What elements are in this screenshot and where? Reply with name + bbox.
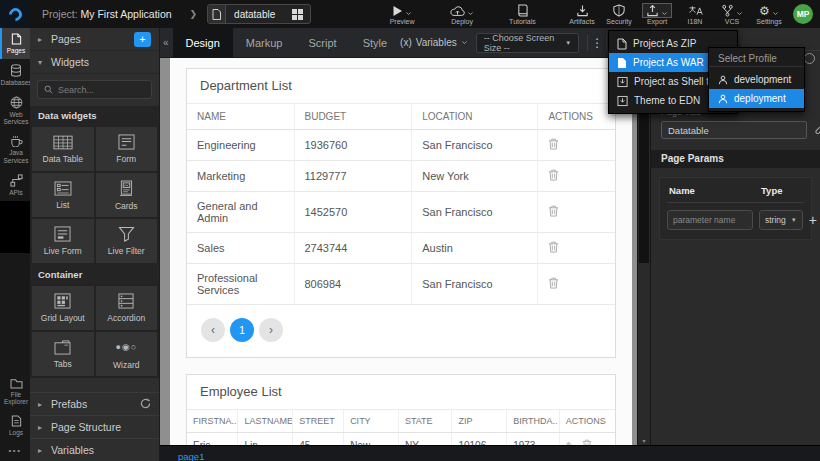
bottom-tab-page1[interactable]: page1: [160, 449, 204, 461]
submenu-item-deployment[interactable]: deployment: [709, 89, 804, 108]
tutorials-button[interactable]: Tutorials: [509, 4, 536, 25]
grid-layout-icon: [54, 293, 71, 309]
rail-item-databases[interactable]: Databases: [0, 59, 30, 91]
col-state[interactable]: STATE: [398, 410, 452, 433]
pages-section-header[interactable]: ▸ Pages +: [30, 28, 159, 51]
widget-data-table[interactable]: Data Table: [32, 127, 94, 171]
widget-list[interactable]: List: [32, 173, 94, 217]
col-location[interactable]: LOCATION: [412, 104, 538, 130]
chevron-down-icon: [736, 10, 743, 17]
submenu-item-development[interactable]: development: [709, 70, 804, 89]
variables-dropdown[interactable]: (x) Variables: [400, 37, 468, 48]
employee-list-title: Employee List: [187, 375, 615, 410]
delete-row-icon[interactable]: [548, 277, 559, 291]
deploy-button[interactable]: Deploy: [449, 4, 475, 25]
widget-live-filter[interactable]: Live Filter: [96, 219, 158, 263]
scroll-down-icon[interactable]: ▾: [638, 437, 650, 444]
wavemaker-logo[interactable]: [0, 0, 30, 28]
param-type-select[interactable]: string ▼: [759, 210, 803, 230]
data-widgets-title: Data widgets: [30, 106, 159, 125]
variables-section-header[interactable]: ▸ Variables: [30, 438, 159, 461]
book-icon: [517, 4, 528, 17]
collapse-panel-icon[interactable]: «: [160, 37, 173, 48]
project-name: My First Application: [81, 8, 172, 20]
widget-form[interactable]: Form: [96, 127, 158, 171]
table-row[interactable]: Engineering1936760San Francisco: [187, 130, 615, 161]
page-params-table: Name Type string ▼ +: [659, 177, 812, 240]
artifacts-button[interactable]: Artifacts: [569, 4, 595, 25]
col-name[interactable]: NAME: [187, 104, 294, 130]
rail-divider: [0, 201, 30, 253]
refresh-icon[interactable]: [804, 53, 815, 64]
add-page-button[interactable]: +: [134, 32, 151, 47]
rail-item-apis[interactable]: APIs: [0, 169, 30, 201]
employee-list-card[interactable]: Employee List FIRSTNA.. LASTNAME STREET …: [186, 374, 616, 445]
department-table: NAME BUDGET LOCATION ACTIONS Engineering…: [187, 104, 615, 305]
prefabs-section-header[interactable]: ▸ Prefabs: [30, 392, 159, 415]
screen-size-select[interactable]: -- Choose Screen Size -- ▼: [476, 33, 579, 53]
widget-search-input[interactable]: [58, 85, 145, 95]
tab-design[interactable]: Design: [173, 28, 233, 58]
export-button[interactable]: Export: [643, 4, 671, 25]
chevron-down-icon: [772, 10, 779, 17]
more-options-icon[interactable]: ⋮: [587, 35, 607, 51]
table-row[interactable]: EricLin45 Houston StreetNew YorkNY101061…: [187, 433, 615, 446]
col-firstname[interactable]: FIRSTNA..: [187, 410, 238, 433]
rail-item-pages[interactable]: Pages: [0, 28, 30, 59]
prev-page-button[interactable]: ‹: [201, 318, 225, 342]
table-row[interactable]: Professional Services806984San Francisco: [187, 264, 615, 305]
tab-script[interactable]: Script: [296, 28, 350, 58]
col-city[interactable]: CITY: [344, 410, 399, 433]
page-file-icon: [208, 5, 226, 23]
vcs-button[interactable]: VCS: [719, 4, 745, 25]
page-grid-icon[interactable]: [290, 9, 310, 20]
current-page-button[interactable]: 1: [230, 318, 254, 342]
rail-more-icon[interactable]: •••: [0, 441, 30, 461]
col-zip[interactable]: ZIP: [452, 410, 507, 433]
delete-row-icon[interactable]: [548, 169, 559, 183]
rail-item-java-services[interactable]: Java Services: [0, 130, 30, 169]
page-selector[interactable]: datatable: [207, 4, 311, 24]
page-title-input[interactable]: [661, 121, 807, 139]
refresh-icon[interactable]: [140, 398, 151, 411]
tab-markup[interactable]: Markup: [233, 28, 296, 58]
widget-tabs[interactable]: Tabs: [32, 332, 94, 376]
settings-button[interactable]: ⚙ Settings: [756, 4, 782, 25]
widget-grid-layout[interactable]: Grid Layout: [32, 286, 94, 330]
delete-row-icon[interactable]: [548, 241, 559, 255]
next-page-button[interactable]: ›: [259, 318, 283, 342]
bottom-tab-bar: page1: [160, 445, 820, 461]
col-street[interactable]: STREET: [293, 410, 344, 433]
i18n-button[interactable]: I18N: [682, 4, 708, 25]
table-row[interactable]: General and Admin1452570San Francisco: [187, 192, 615, 233]
preview-button[interactable]: Preview: [389, 4, 415, 25]
table-row[interactable]: Marketing1129777New York: [187, 161, 615, 192]
col-budget[interactable]: BUDGET: [294, 104, 412, 130]
widget-accordion[interactable]: Accordion: [96, 286, 158, 330]
user-avatar[interactable]: MP: [793, 4, 813, 24]
col-birthdate[interactable]: BIRTHDA..: [507, 410, 560, 433]
widgets-section-header[interactable]: ▾ Widgets: [30, 51, 159, 74]
widget-cards[interactable]: Cards: [96, 173, 158, 217]
col-lastname[interactable]: LASTNAME: [238, 410, 293, 433]
canvas-scrollbar[interactable]: ▾: [637, 58, 650, 445]
delete-row-icon[interactable]: [548, 205, 559, 219]
param-name-input[interactable]: [667, 210, 753, 230]
table-row[interactable]: Sales2743744Austin: [187, 233, 615, 264]
rail-item-web-services[interactable]: Web Services: [0, 91, 30, 131]
department-list-card[interactable]: Department List NAME BUDGET LOCATION ACT…: [186, 68, 616, 358]
security-button[interactable]: Security: [606, 4, 632, 25]
list-icon: [54, 181, 72, 196]
delete-row-icon[interactable]: [548, 138, 559, 152]
bind-link-icon[interactable]: [815, 121, 820, 139]
rail-item-file-explorer[interactable]: File Explorer: [0, 373, 30, 411]
tab-style[interactable]: Style: [350, 28, 400, 58]
rail-item-logs[interactable]: Logs: [0, 410, 30, 441]
page-structure-section-header[interactable]: ▸ Page Structure: [30, 415, 159, 438]
widgets-list: Data widgets Data Table Form List Cards: [30, 106, 159, 392]
add-param-button[interactable]: +: [809, 213, 817, 227]
widget-wizard[interactable]: ●◉○ Wizard: [96, 332, 158, 376]
col-actions: ACTIONS: [559, 410, 615, 433]
widget-live-form[interactable]: Live Form: [32, 219, 94, 263]
export-box-icon: [617, 95, 628, 107]
